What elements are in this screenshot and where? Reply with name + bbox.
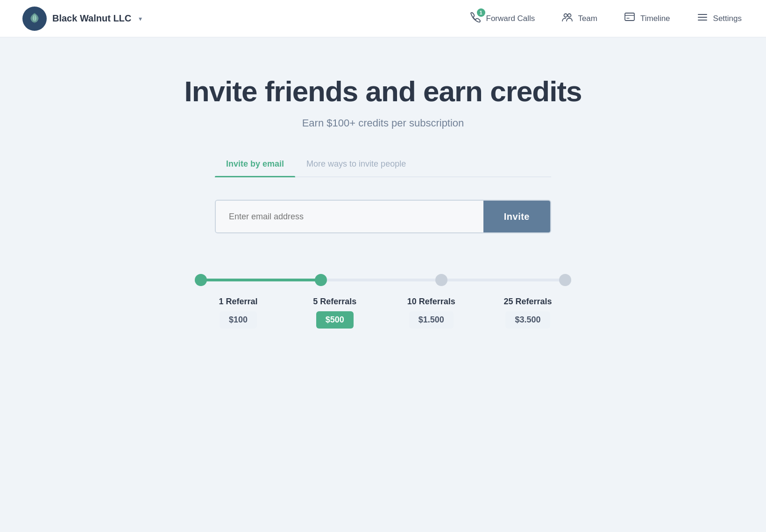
progress-node-25 (559, 274, 571, 286)
progress-node-10 (435, 274, 447, 286)
svg-point-1 (564, 14, 567, 17)
svg-rect-3 (625, 13, 634, 21)
referral-count-10: 10 Referrals (407, 297, 455, 307)
referral-badge-25: $3.500 (505, 311, 550, 329)
nav-label-settings: Settings (713, 14, 742, 23)
referral-count-1: 1 Referral (219, 297, 257, 307)
invite-button[interactable]: Invite (483, 201, 550, 232)
progress-bar (201, 271, 565, 289)
nav-item-forward-calls[interactable]: 1 Forward Calls (468, 7, 537, 30)
brand-logo (22, 7, 47, 31)
referral-labels: 1 Referral $100 5 Referrals $500 10 Refe… (201, 297, 565, 329)
referral-item-1: 1 Referral $100 (201, 297, 276, 329)
brand[interactable]: Black Walnut LLC ▾ (22, 7, 142, 31)
email-input[interactable] (216, 201, 483, 232)
nav-label-team: Team (578, 14, 597, 23)
progress-track (201, 279, 565, 281)
invite-tabs: Invite by email More ways to invite peop… (215, 154, 551, 177)
nav-item-timeline[interactable]: Timeline (622, 7, 672, 30)
progress-node-1 (195, 274, 207, 286)
invite-form: Invite (215, 200, 551, 233)
forward-calls-badge: 1 (477, 8, 485, 17)
referral-badge-5: $500 (316, 311, 354, 329)
referral-count-5: 5 Referrals (313, 297, 356, 307)
referral-count-25: 25 Referrals (504, 297, 552, 307)
main-content: Invite friends and earn credits Earn $10… (0, 37, 766, 336)
tab-more-ways[interactable]: More ways to invite people (295, 154, 417, 176)
page-subtitle: Earn $100+ credits per subscription (302, 117, 464, 129)
referral-section: 1 Referral $100 5 Referrals $500 10 Refe… (196, 271, 570, 336)
nav-item-team[interactable]: Team (559, 7, 599, 30)
phone-icon: 1 (469, 11, 482, 26)
main-nav: 1 Forward Calls Team (468, 7, 744, 30)
settings-icon (696, 11, 709, 26)
timeline-icon (624, 11, 636, 26)
page-title: Invite friends and earn credits (184, 75, 582, 108)
tab-invite-email[interactable]: Invite by email (215, 154, 295, 176)
progress-node-5 (315, 274, 327, 286)
referral-item-5: 5 Referrals $500 (298, 297, 372, 329)
header: Black Walnut LLC ▾ 1 Forward Calls (0, 0, 766, 37)
progress-fill (201, 279, 321, 281)
brand-dropdown-icon[interactable]: ▾ (139, 15, 142, 22)
nav-item-settings[interactable]: Settings (695, 7, 744, 30)
brand-name: Black Walnut LLC (52, 13, 131, 24)
team-icon (561, 11, 573, 26)
nav-label-forward-calls: Forward Calls (486, 14, 535, 23)
referral-item-25: 25 Referrals $3.500 (490, 297, 565, 329)
referral-badge-10: $1.500 (409, 311, 454, 329)
nav-label-timeline: Timeline (640, 14, 670, 23)
svg-point-2 (568, 14, 571, 17)
referral-badge-1: $100 (220, 311, 257, 329)
referral-item-10: 10 Referrals $1.500 (394, 297, 468, 329)
